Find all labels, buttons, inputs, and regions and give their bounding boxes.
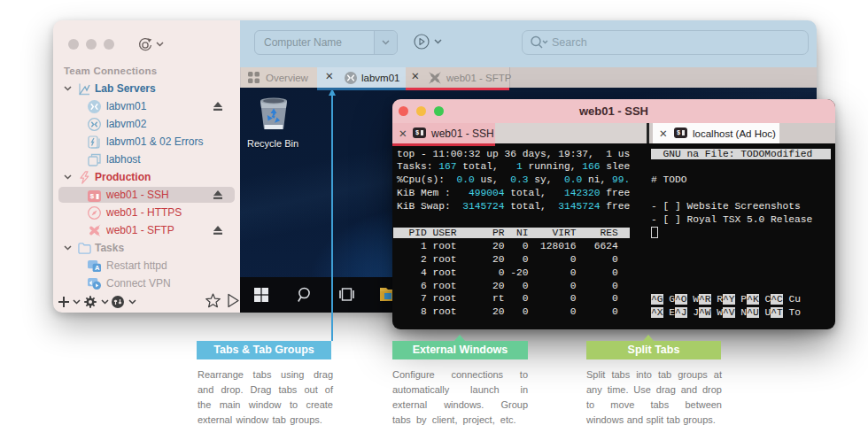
svg-text:A: A — [95, 264, 100, 272]
svg-text:$: $ — [90, 192, 95, 200]
